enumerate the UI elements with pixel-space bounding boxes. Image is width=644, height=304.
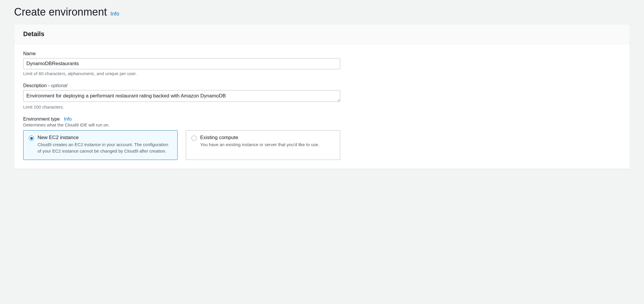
env-type-label: Environment type [23, 116, 60, 122]
panel-title: Details [23, 30, 621, 38]
page-header: Create environment Info [14, 6, 630, 18]
description-label-text: Description - [23, 83, 51, 88]
env-type-info-link[interactable]: Info [64, 116, 72, 122]
env-type-options: New EC2 instance Cloud9 creates an EC2 i… [23, 130, 340, 160]
description-textarea[interactable] [23, 90, 340, 102]
env-type-group: Environment type Info Determines what th… [23, 116, 621, 160]
env-type-label-row: Environment type Info [23, 116, 621, 122]
description-label: Description - optional [23, 83, 621, 88]
radio-desc: You have an existing instance or server … [200, 141, 335, 148]
radio-icon [191, 136, 197, 141]
page-info-link[interactable]: Info [110, 11, 119, 17]
name-label: Name [23, 51, 621, 56]
name-hint: Limit of 60 characters, alphanumeric, an… [23, 71, 621, 76]
panel-body: Name Limit of 60 characters, alphanumeri… [14, 44, 630, 169]
description-hint: Limit 200 characters. [23, 104, 621, 109]
radio-title: New EC2 instance [38, 135, 172, 141]
description-optional-suffix: optional [51, 83, 67, 88]
description-field-group: Description - optional Limit 200 charact… [23, 83, 621, 109]
panel-header: Details [14, 24, 630, 44]
radio-icon [29, 136, 34, 141]
radio-content: Existing compute You have an existing in… [200, 135, 335, 148]
env-type-sublabel: Determines what the Cloud9 IDE will run … [23, 122, 621, 127]
name-input[interactable] [23, 58, 340, 69]
details-panel: Details Name Limit of 60 characters, alp… [14, 24, 630, 169]
radio-title: Existing compute [200, 135, 335, 141]
page-container: Create environment Info Details Name Lim… [0, 0, 644, 181]
name-field-group: Name Limit of 60 characters, alphanumeri… [23, 51, 621, 76]
env-type-option-existing-compute[interactable]: Existing compute You have an existing in… [186, 130, 340, 160]
page-title: Create environment [14, 6, 107, 18]
env-type-option-new-ec2[interactable]: New EC2 instance Cloud9 creates an EC2 i… [23, 130, 178, 160]
radio-content: New EC2 instance Cloud9 creates an EC2 i… [38, 135, 172, 154]
radio-desc: Cloud9 creates an EC2 instance in your a… [38, 141, 172, 154]
